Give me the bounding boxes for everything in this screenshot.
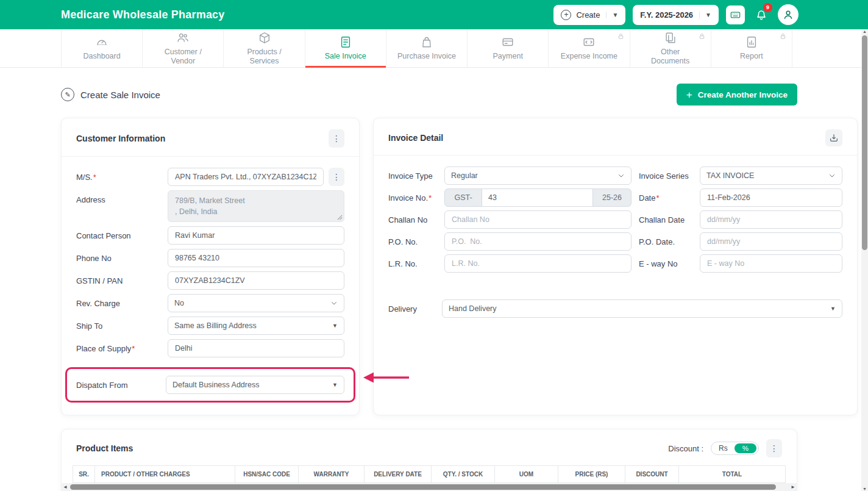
scroll-down-arrow[interactable]: ▼ xyxy=(861,487,868,491)
col-warranty: WARRANTY xyxy=(299,466,365,483)
payment-icon xyxy=(501,35,514,49)
ship-to-value: Same as Billing Address xyxy=(174,321,257,330)
tab-sale-invoice[interactable]: Sale Invoice xyxy=(305,29,386,67)
dispatch-from-select[interactable]: Default Business Address ▼ xyxy=(166,376,344,394)
contact-person-label: Contact Person xyxy=(76,231,168,240)
eway-no-input[interactable] xyxy=(700,254,842,273)
scroll-right-arrow[interactable]: ► xyxy=(791,484,795,490)
products-services-icon xyxy=(258,31,271,45)
invoice-card-title: Invoice Detail xyxy=(388,133,443,143)
dashboard-icon xyxy=(95,35,108,49)
rev-charge-label: Rev. Charge xyxy=(76,299,168,308)
create-button-label: Create xyxy=(576,10,600,20)
invoice-series-label: Invoice Series xyxy=(634,171,697,181)
create-button[interactable]: + Create ▼ xyxy=(553,5,625,25)
horizontal-scrollbar-thumb[interactable] xyxy=(70,484,776,490)
product-items-menu-button[interactable]: ⋮ xyxy=(766,439,782,457)
plus-icon: + xyxy=(561,10,571,20)
user-avatar[interactable] xyxy=(778,4,799,25)
phone-row: Phone No xyxy=(76,249,344,267)
ms-input[interactable] xyxy=(168,168,324,186)
tab-customer-vendor[interactable]: Customer / Vendor xyxy=(142,29,223,67)
contact-person-row: Contact Person xyxy=(76,226,344,245)
col-price: PRICE (RS) xyxy=(558,466,625,483)
report-icon xyxy=(745,35,758,49)
challan-date-label: Challan Date xyxy=(634,215,697,224)
ms-menu-button[interactable]: ⋮ xyxy=(329,168,344,186)
contact-person-input[interactable] xyxy=(168,226,344,245)
dispatch-from-highlight: Dispatch From Default Business Address ▼ xyxy=(65,367,355,403)
challan-no-input[interactable] xyxy=(444,210,631,229)
chevron-down-icon xyxy=(330,299,338,307)
scroll-left-arrow[interactable]: ◄ xyxy=(63,484,68,490)
address-label: Address xyxy=(76,190,168,204)
tab-payment[interactable]: Payment xyxy=(467,29,548,67)
dispatch-from-value: Default Business Address xyxy=(173,381,259,389)
po-no-input[interactable] xyxy=(444,232,631,251)
eway-no-label: E - way No xyxy=(634,259,697,268)
notifications-button[interactable]: 9 xyxy=(752,5,770,24)
vertical-scrollbar[interactable]: ▲ ▼ xyxy=(861,29,868,491)
date-input[interactable] xyxy=(700,188,842,207)
customer-menu-button[interactable]: ⋮ xyxy=(329,129,344,148)
delivery-select[interactable]: Hand Delivery ▼ xyxy=(442,299,842,318)
invoice-no-input[interactable] xyxy=(482,188,593,207)
tab-products-services[interactable]: Products / Services xyxy=(223,29,304,67)
po-date-input[interactable] xyxy=(700,232,842,251)
resize-handle-icon[interactable] xyxy=(337,215,343,220)
invoice-series-select[interactable]: TAX INVOICE xyxy=(700,167,842,185)
fiscal-year-label: F.Y. 2025-2026 xyxy=(640,10,693,20)
caret-down-icon: ▼ xyxy=(332,382,338,388)
address-textarea[interactable]: 789/B, Market Street , Delhi, India xyxy=(168,190,344,222)
create-another-invoice-button[interactable]: + Create Another Invoice xyxy=(677,84,797,106)
customer-information-card: Customer Information ⋮ M/S.* ⋮ Address 7… xyxy=(61,118,360,415)
gstin-input[interactable] xyxy=(168,271,344,290)
top-cards-row: Customer Information ⋮ M/S.* ⋮ Address 7… xyxy=(61,118,797,415)
nav-tabs: Dashboard Customer / Vendor Products / S… xyxy=(61,29,792,67)
tab-purchase-invoice[interactable]: Purchase Invoice xyxy=(386,29,467,67)
rev-charge-select[interactable]: No xyxy=(168,294,344,312)
customer-card-title: Customer Information xyxy=(76,134,165,143)
ship-to-select[interactable]: Same as Billing Address ▼ xyxy=(168,317,344,335)
po-date-label: P.O. Date. xyxy=(634,237,697,246)
tab-label: Payment xyxy=(478,52,537,60)
table-header-row: SR. PRODUCT / OTHER CHARGES HSN/SAC CODE… xyxy=(73,466,786,483)
discount-mode-toggle[interactable]: Rs % xyxy=(711,442,759,455)
lr-no-input[interactable] xyxy=(444,254,631,273)
import-previous-button[interactable] xyxy=(825,129,842,146)
address-line-1: 789/B, Market Street xyxy=(175,195,337,206)
required-asterisk: * xyxy=(656,193,659,202)
sale-invoice-icon xyxy=(339,35,352,49)
col-hsn: HSN/SAC CODE xyxy=(235,466,299,483)
chevron-down-icon: ▼ xyxy=(699,12,711,18)
horizontal-scrollbar[interactable]: ◄ ► xyxy=(61,483,797,491)
lock-icon xyxy=(780,33,786,40)
tab-dashboard[interactable]: Dashboard xyxy=(61,29,142,67)
app-title: Medicare Wholesale Pharmacy xyxy=(61,9,225,21)
tab-report[interactable]: Report xyxy=(711,29,792,67)
ship-to-label: Ship To xyxy=(76,321,168,331)
invoice-type-select[interactable]: Regular xyxy=(444,167,631,185)
phone-input[interactable] xyxy=(168,249,344,267)
tab-expense-income[interactable]: Expense Income xyxy=(548,29,629,67)
challan-date-input[interactable] xyxy=(700,210,842,229)
tab-label: Report xyxy=(722,52,781,60)
place-of-supply-input[interactable] xyxy=(168,339,344,357)
notification-badge: 9 xyxy=(763,3,772,12)
discount-percent-option[interactable]: % xyxy=(735,443,756,453)
tab-other-documents[interactable]: Other Documents xyxy=(630,29,711,67)
product-items-header: Product Items Discount : Rs % ⋮ xyxy=(73,439,786,457)
invoice-no-label: Invoice No.* xyxy=(388,193,442,202)
purchase-invoice-icon xyxy=(420,35,433,49)
customer-card-header: Customer Information ⋮ xyxy=(62,129,359,157)
vertical-scrollbar-thumb[interactable] xyxy=(862,35,867,250)
gstin-row: GSTIN / PAN xyxy=(76,271,344,290)
gstin-label: GSTIN / PAN xyxy=(76,276,168,285)
keyboard-shortcuts-button[interactable] xyxy=(726,5,745,24)
expense-income-icon xyxy=(582,35,596,49)
fiscal-year-selector[interactable]: F.Y. 2025-2026 ▼ xyxy=(633,5,719,25)
product-items-actions: Discount : Rs % ⋮ xyxy=(668,439,782,457)
scroll-up-arrow[interactable]: ▲ xyxy=(861,29,868,34)
chevron-down-icon: ▼ xyxy=(606,12,618,18)
discount-rs-option[interactable]: Rs xyxy=(713,444,733,453)
